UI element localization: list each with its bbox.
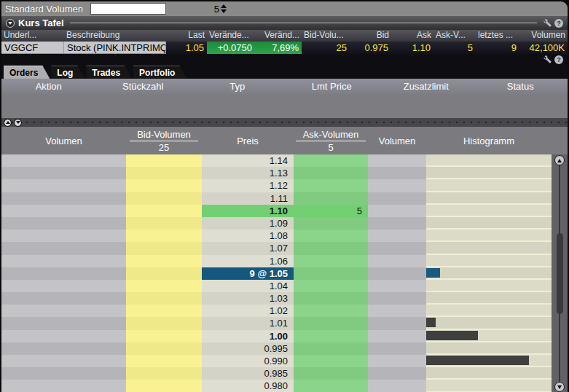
price-cell[interactable]: 1.04 bbox=[202, 280, 294, 292]
quote-column-header[interactable]: Last bbox=[166, 30, 207, 42]
bid-volumen-cell[interactable] bbox=[126, 342, 202, 355]
volumen-right-cell[interactable] bbox=[368, 342, 426, 355]
price-cell[interactable]: 1.00 bbox=[202, 330, 294, 342]
bid-volumen-cell[interactable] bbox=[126, 267, 202, 280]
volumen-right-cell[interactable] bbox=[368, 217, 426, 230]
price-cell[interactable]: 1.13 bbox=[202, 167, 294, 179]
ask-volumen-cell[interactable] bbox=[294, 367, 368, 380]
orders-column-header[interactable]: Status bbox=[474, 81, 568, 92]
ask-volumen-cell[interactable] bbox=[294, 255, 368, 267]
quote-column-header[interactable]: Volumen bbox=[519, 30, 568, 42]
volumen-right-cell[interactable] bbox=[368, 367, 426, 380]
bid-volumen-cell[interactable] bbox=[126, 255, 202, 267]
ask-volumen-cell[interactable] bbox=[294, 305, 368, 317]
bid-volumen-cell[interactable] bbox=[126, 192, 202, 205]
bid-volumen-cell[interactable] bbox=[126, 179, 202, 192]
quote-row[interactable]: VGGCFStock (PINK.INTPRIMQX)1.05+0.07507,… bbox=[1, 42, 568, 54]
ask-volumen-cell[interactable] bbox=[294, 179, 368, 192]
ladder-col-ask-volumen[interactable]: Ask-Volumen 5 bbox=[294, 127, 368, 154]
volumen-left-cell[interactable] bbox=[1, 380, 126, 392]
histogram-cell[interactable] bbox=[426, 305, 552, 317]
ask-volumen-cell[interactable] bbox=[294, 192, 368, 205]
volumen-left-cell[interactable] bbox=[1, 179, 126, 192]
volumen-left-cell[interactable] bbox=[1, 280, 126, 292]
histogram-cell[interactable] bbox=[426, 192, 552, 205]
quote-column-header[interactable]: Bid bbox=[350, 30, 391, 42]
histogram-cell[interactable] bbox=[426, 367, 552, 380]
ladder-col-volumen-right[interactable]: Volumen bbox=[368, 127, 426, 154]
price-cell[interactable]: 1.08 bbox=[202, 230, 294, 242]
volumen-right-cell[interactable] bbox=[368, 192, 426, 205]
volumen-right-cell[interactable] bbox=[368, 267, 426, 280]
stepper-arrows[interactable] bbox=[221, 4, 227, 14]
orders-table-body[interactable] bbox=[1, 94, 568, 118]
price-cell[interactable]: 0.980 bbox=[202, 380, 294, 392]
quote-column-header[interactable]: Bid-Volu... bbox=[302, 30, 350, 42]
quote-column-header[interactable]: Ask bbox=[391, 30, 433, 42]
ask-volumen-cell[interactable] bbox=[294, 330, 368, 342]
price-cell[interactable]: 0.985 bbox=[202, 367, 294, 380]
histogram-cell[interactable] bbox=[426, 167, 552, 179]
tab-portfolio[interactable]: Portfolio bbox=[133, 66, 187, 79]
scrollbar-thumb[interactable] bbox=[557, 233, 563, 314]
volumen-right-cell[interactable] bbox=[368, 255, 426, 267]
histogram-cell[interactable] bbox=[426, 330, 552, 342]
ladder-col-preis[interactable]: Preis bbox=[202, 127, 294, 154]
ask-volumen-cell[interactable] bbox=[294, 217, 368, 230]
quote-column-header[interactable]: letztes ... bbox=[476, 30, 519, 42]
bid-volumen-cell[interactable] bbox=[126, 292, 202, 305]
tab-log[interactable]: Log bbox=[51, 66, 85, 79]
bid-volumen-cell[interactable] bbox=[126, 367, 202, 380]
price-cell[interactable]: 0.990 bbox=[202, 355, 294, 367]
price-cell[interactable]: 1.03 bbox=[202, 292, 294, 305]
ladder-col-bid-volumen[interactable]: Bid-Volumen 25 bbox=[126, 127, 202, 154]
volumen-left-cell[interactable] bbox=[1, 292, 126, 305]
tab-trades[interactable]: Trades bbox=[86, 66, 132, 79]
ladder-col-histogramm[interactable]: Histogramm bbox=[426, 127, 552, 154]
volumen-right-cell[interactable] bbox=[368, 305, 426, 317]
histogram-cell[interactable] bbox=[426, 205, 552, 217]
bid-cell[interactable]: 0.975 bbox=[350, 42, 391, 54]
volumen-left-cell[interactable] bbox=[1, 217, 126, 230]
orders-column-header[interactable]: Typ bbox=[190, 81, 285, 92]
description-cell[interactable]: Stock (PINK.INTPRIMQX) bbox=[64, 42, 166, 54]
histogram-cell[interactable] bbox=[426, 342, 552, 355]
histogram-cell[interactable] bbox=[426, 154, 552, 167]
bid-default-size[interactable]: 25 bbox=[159, 141, 169, 153]
ask-volumen-cell[interactable] bbox=[294, 317, 368, 329]
volumen-right-cell[interactable] bbox=[368, 292, 426, 305]
tab-orders[interactable]: Orders bbox=[4, 66, 50, 79]
price-cell[interactable]: 0.995 bbox=[202, 342, 294, 355]
price-cell[interactable]: 1.09 bbox=[202, 217, 294, 230]
quote-column-header[interactable]: Beschreibung bbox=[64, 30, 166, 42]
volumen-right-cell[interactable] bbox=[368, 380, 426, 392]
histogram-cell[interactable] bbox=[426, 292, 552, 305]
bid-volumen-cell[interactable] bbox=[126, 380, 202, 392]
volumen-right-cell[interactable] bbox=[368, 154, 426, 167]
bid-volumen-cell[interactable] bbox=[126, 355, 202, 367]
ask-volumen-cell[interactable] bbox=[294, 242, 368, 254]
change-pct-cell[interactable]: 7,69% bbox=[255, 42, 302, 54]
splitter-up-icon[interactable] bbox=[4, 119, 12, 127]
scroll-down-icon[interactable] bbox=[554, 382, 565, 392]
ask-volumen-cell[interactable] bbox=[294, 280, 368, 292]
letztes-cell[interactable]: 9 bbox=[476, 42, 519, 54]
volumen-left-cell[interactable] bbox=[1, 305, 126, 317]
volumen-left-cell[interactable] bbox=[1, 154, 126, 167]
price-cell[interactable]: 1.11 bbox=[202, 192, 294, 205]
orders-column-header[interactable]: Aktion bbox=[1, 81, 96, 92]
ask-volumen-cell[interactable]: 5 bbox=[294, 205, 368, 217]
help-icon[interactable]: ? bbox=[554, 19, 563, 28]
ask-volumen-cell[interactable] bbox=[294, 355, 368, 367]
splitter-down-icon[interactable] bbox=[14, 119, 22, 127]
price-cell[interactable]: 1.14 bbox=[202, 154, 294, 167]
ask-volumen-cell[interactable] bbox=[294, 292, 368, 305]
bid-volumen-cell[interactable] bbox=[126, 167, 202, 179]
splitter-handle[interactable] bbox=[1, 118, 568, 127]
ask-volumen-cell[interactable] bbox=[294, 342, 368, 355]
quote-column-header[interactable]: Verände... bbox=[207, 30, 255, 42]
bid-volumen-cell[interactable] bbox=[126, 280, 202, 292]
histogram-cell[interactable] bbox=[426, 255, 552, 267]
price-cell[interactable]: 1.06 bbox=[202, 255, 294, 267]
volumen-left-cell[interactable] bbox=[1, 267, 126, 280]
